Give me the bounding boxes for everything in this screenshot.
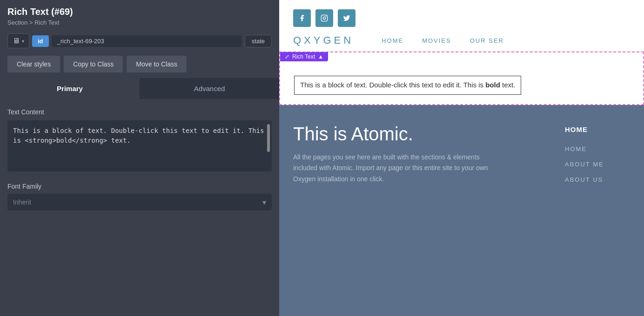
text-content-textarea[interactable]: This is a block of text. Double-click th… [7, 120, 272, 171]
text-block[interactable]: This is a block of text. Double-click th… [294, 76, 521, 95]
website-preview: QXYGEN HOME MOVIES OUR SER ⤢ Rich Text ▲… [279, 0, 644, 316]
svg-rect-0 [321, 15, 327, 21]
badge-label: Rich Text [292, 53, 315, 60]
clear-styles-button[interactable]: Clear styles [7, 56, 60, 72]
twitter-icon[interactable] [338, 9, 356, 27]
copy-to-class-button[interactable]: Copy to Class [64, 56, 123, 72]
rich-text-badge[interactable]: ⤢ Rich Text ▲ [280, 52, 328, 61]
footer-nav-home[interactable]: HOME [565, 142, 630, 156]
tab-advanced[interactable]: Advanced [140, 78, 279, 99]
left-panel: Rich Text (#69) Section > Rich Text 🖥 ▾ … [0, 0, 279, 316]
footer-main: This is Atomic. All the pages you see he… [293, 124, 546, 298]
preview-footer: This is Atomic. All the pages you see he… [279, 105, 644, 316]
footer-nav: HOME HOME ABOUT ME ABOUT US [565, 124, 630, 298]
action-row: Clear styles Copy to Class Move to Class [0, 53, 279, 78]
footer-nav-title: HOME [565, 125, 630, 133]
chevron-down-icon: ▾ [22, 39, 24, 44]
nav-link-our-ser[interactable]: OUR SER [470, 37, 504, 44]
svg-point-1 [323, 17, 325, 19]
text-area-wrapper: This is a block of text. Double-click th… [7, 120, 272, 173]
font-family-select[interactable]: Inherit [7, 194, 272, 211]
scrollbar-thumb [267, 124, 270, 152]
font-family-label: Font Family [7, 183, 272, 190]
right-panel: QXYGEN HOME MOVIES OUR SER ⤢ Rich Text ▲… [279, 0, 644, 316]
instagram-icon[interactable] [315, 9, 333, 27]
footer-title: This is Atomic. [293, 124, 546, 145]
footer-description: All the pages you see here are built wit… [293, 152, 489, 185]
panel-header: Rich Text (#69) Section > Rich Text [0, 0, 279, 29]
preview-content-area: ⤢ Rich Text ▲ This is a block of text. D… [279, 52, 644, 105]
brand-logo[interactable]: QXYGEN [293, 34, 354, 46]
panel-content: Text Content This is a block of text. Do… [0, 99, 279, 316]
nav-links: HOME MOVIES OUR SER [382, 37, 504, 44]
id-value-field[interactable]: _rich_text-69-203 [52, 35, 242, 47]
device-selector[interactable]: 🖥 ▾ [7, 33, 29, 48]
tab-primary[interactable]: Primary [0, 78, 140, 99]
move-to-class-button[interactable]: Move to Class [127, 56, 187, 72]
panel-breadcrumb: Section > Rich Text [7, 19, 272, 26]
nav-link-home[interactable]: HOME [382, 37, 403, 44]
facebook-icon[interactable] [293, 9, 311, 27]
tabs-row: Primary Advanced [0, 78, 279, 99]
panel-title: Rich Text (#69) [7, 7, 272, 17]
text-content-label: Text Content [7, 108, 272, 116]
footer-nav-about-us[interactable]: ABOUT US [565, 172, 630, 187]
chevron-up-icon: ▲ [318, 53, 323, 60]
font-family-wrapper: Inherit ▾ [7, 194, 272, 211]
footer-nav-about-me[interactable]: ABOUT ME [565, 157, 630, 171]
monitor-icon: 🖥 [13, 37, 20, 45]
move-icon: ⤢ [285, 53, 289, 60]
selector-row: 🖥 ▾ id _rich_text-69-203 state [0, 29, 279, 53]
state-button[interactable]: state [245, 35, 272, 47]
social-icons [293, 9, 630, 27]
nav-bar: QXYGEN HOME MOVIES OUR SER [293, 34, 630, 46]
svg-point-2 [326, 16, 327, 17]
id-badge[interactable]: id [32, 35, 49, 47]
nav-link-movies[interactable]: MOVIES [422, 37, 451, 44]
preview-top: QXYGEN HOME MOVIES OUR SER [279, 0, 644, 52]
